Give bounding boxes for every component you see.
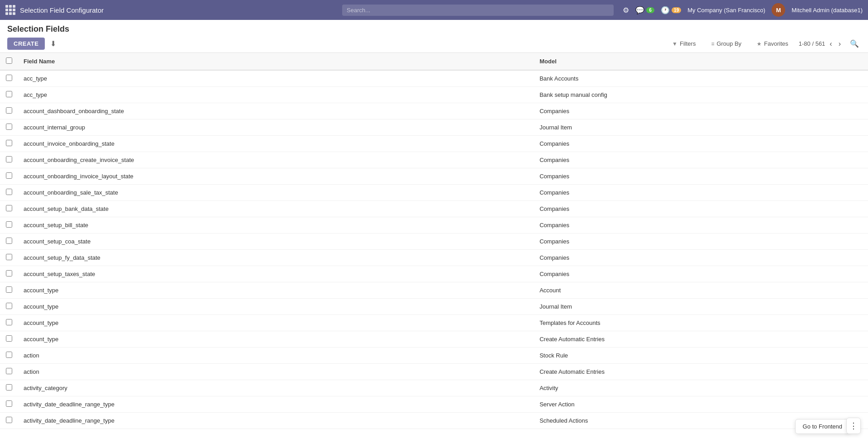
global-search-input[interactable] (342, 5, 614, 16)
table-row[interactable]: activity_category Activity (0, 380, 868, 396)
table-row[interactable]: acc_type Bank Accounts (0, 70, 868, 87)
column-model: Model (534, 53, 868, 70)
select-all-checkbox[interactable] (6, 57, 12, 64)
table-row[interactable]: account_onboarding_create_invoice_state … (0, 152, 868, 168)
row-checkbox[interactable] (6, 303, 12, 309)
cell-model: Journal Item (534, 119, 868, 136)
table-row[interactable]: account_dashboard_onboarding_state Compa… (0, 103, 868, 119)
page-title: Selection Fields (7, 24, 861, 34)
table-row[interactable]: account_invoice_onboarding_state Compani… (0, 136, 868, 152)
row-checkbox[interactable] (6, 352, 12, 358)
cell-field-name: account_type (18, 299, 534, 315)
more-options-button[interactable]: ⋮ (846, 418, 861, 434)
cell-field-name: account_setup_taxes_state (18, 266, 534, 282)
table-row[interactable]: account_setup_taxes_state Companies (0, 266, 868, 282)
row-checkbox[interactable] (6, 384, 12, 391)
cell-model: Companies (534, 233, 868, 250)
table-row[interactable]: account_type Create Automatic Entries (0, 331, 868, 348)
row-checkbox[interactable] (6, 189, 12, 195)
table-row[interactable]: account_setup_bank_data_state Companies (0, 201, 868, 217)
row-checkbox[interactable] (6, 91, 12, 97)
table-row[interactable]: account_type Journal Item (0, 299, 868, 315)
cell-model: Stock Rule (534, 348, 868, 364)
star-icon: ★ (757, 41, 762, 47)
row-checkbox[interactable] (6, 270, 12, 276)
table-header: Field Name Model (0, 53, 868, 70)
table-row[interactable]: activity_date_deadline_range_type Server… (0, 396, 868, 413)
row-checkbox[interactable] (6, 254, 12, 260)
group-by-button[interactable]: ≡ Group By (706, 38, 746, 50)
row-checkbox[interactable] (6, 335, 12, 342)
group-by-icon: ≡ (711, 41, 714, 47)
row-checkbox[interactable] (6, 205, 12, 211)
table-body: acc_type Bank Accounts acc_type Bank set… (0, 70, 868, 429)
cell-field-name: account_setup_bill_state (18, 217, 534, 233)
filter-icon: ▼ (672, 41, 677, 47)
cell-model: Bank Accounts (534, 70, 868, 87)
table-row[interactable]: account_setup_bill_state Companies (0, 217, 868, 233)
row-checkbox[interactable] (6, 156, 12, 162)
cell-model: Companies (534, 103, 868, 119)
create-button[interactable]: CREATE (7, 38, 45, 50)
app-title: Selection Field Configurator (20, 6, 104, 14)
table-row[interactable]: account_setup_coa_state Companies (0, 233, 868, 250)
table-row[interactable]: account_onboarding_sale_tax_state Compan… (0, 185, 868, 201)
top-navigation: Selection Field Configurator ⚙ 💬 6 🕐 19 … (0, 0, 868, 20)
activities-icon[interactable]: 🕐 19 (661, 6, 681, 14)
table-row[interactable]: acc_type Bank setup manual config (0, 87, 868, 103)
row-checkbox[interactable] (6, 221, 12, 228)
row-checkbox[interactable] (6, 400, 12, 407)
cell-field-name: account_type (18, 331, 534, 348)
cell-field-name: account_setup_bank_data_state (18, 201, 534, 217)
column-field-name: Field Name (18, 53, 534, 70)
apps-menu-icon[interactable] (5, 5, 15, 15)
cell-model: Companies (534, 185, 868, 201)
filters-button[interactable]: ▼ Filters (667, 38, 701, 50)
favorites-button[interactable]: ★ Favorites (752, 38, 793, 50)
cell-field-name: account_type (18, 315, 534, 331)
cell-field-name: activity_date_deadline_range_type (18, 413, 534, 429)
row-checkbox[interactable] (6, 417, 12, 423)
table-row[interactable]: account_internal_group Journal Item (0, 119, 868, 136)
row-checkbox[interactable] (6, 172, 12, 179)
prev-page-button[interactable]: ‹ (828, 39, 834, 49)
search-icon[interactable]: 🔍 (848, 38, 861, 50)
row-checkbox[interactable] (6, 286, 12, 293)
messages-badge: 6 (646, 7, 654, 13)
next-page-button[interactable]: › (837, 39, 843, 49)
row-checkbox[interactable] (6, 107, 12, 114)
toolbar: CREATE ⬇ ▼ Filters ≡ Group By ★ Favorite… (7, 38, 861, 50)
table-row[interactable]: action Create Automatic Entries (0, 364, 868, 380)
settings-icon[interactable]: ⚙ (623, 6, 629, 14)
table-row[interactable]: account_type Account (0, 282, 868, 299)
cell-field-name: action (18, 348, 534, 364)
cell-field-name: account_setup_fy_data_state (18, 250, 534, 266)
company-name: My Company (San Francisco) (687, 7, 765, 14)
row-checkbox[interactable] (6, 238, 12, 244)
row-checkbox[interactable] (6, 368, 12, 374)
row-checkbox[interactable] (6, 75, 12, 81)
cell-field-name: activity_category (18, 380, 534, 396)
table-row[interactable]: account_onboarding_invoice_layout_state … (0, 168, 868, 185)
row-checkbox[interactable] (6, 124, 12, 130)
user-name: Mitchell Admin (database1) (792, 7, 863, 14)
goto-frontend-button[interactable]: Go to Frontend (795, 419, 850, 434)
row-checkbox[interactable] (6, 140, 12, 146)
table-row[interactable]: activity_date_deadline_range_type Schedu… (0, 413, 868, 429)
cell-field-name: action (18, 364, 534, 380)
page-header: Selection Fields CREATE ⬇ ▼ Filters ≡ Gr… (0, 20, 868, 53)
cell-model: Companies (534, 136, 868, 152)
download-icon[interactable]: ⬇ (48, 38, 58, 50)
avatar[interactable]: M (772, 3, 785, 17)
table-row[interactable]: account_setup_fy_data_state Companies (0, 250, 868, 266)
cell-model: Templates for Accounts (534, 315, 868, 331)
cell-model: Account (534, 282, 868, 299)
table-row[interactable]: account_type Templates for Accounts (0, 315, 868, 331)
cell-model: Companies (534, 201, 868, 217)
cell-field-name: account_dashboard_onboarding_state (18, 103, 534, 119)
cell-field-name: acc_type (18, 70, 534, 87)
table-row[interactable]: action Stock Rule (0, 348, 868, 364)
row-checkbox[interactable] (6, 319, 12, 325)
messages-icon[interactable]: 💬 6 (635, 6, 654, 14)
cell-model: Companies (534, 250, 868, 266)
